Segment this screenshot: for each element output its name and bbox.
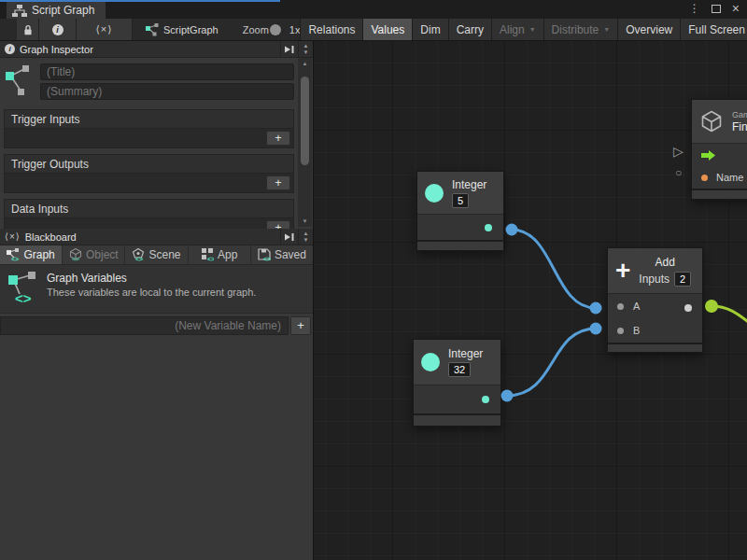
app-tab-icon: <> bbox=[201, 248, 214, 261]
distribute-dropdown[interactable]: Distribute ▼ bbox=[543, 19, 618, 40]
port-dot[interactable] bbox=[701, 175, 708, 181]
wire-add-output[interactable] bbox=[712, 306, 747, 329]
output-port[interactable] bbox=[684, 304, 692, 312]
inputs-count-field[interactable]: 2 bbox=[674, 272, 691, 287]
header-scroll-arrows[interactable]: ▲ ▼ bbox=[298, 41, 313, 57]
chevron-down-icon: ▼ bbox=[603, 26, 610, 33]
blackboard-icon: ⟨×⟩ bbox=[5, 231, 21, 242]
output-port[interactable] bbox=[485, 224, 492, 231]
add-variable-button[interactable]: + bbox=[290, 316, 311, 335]
summary-field[interactable] bbox=[40, 83, 294, 100]
align-dropdown[interactable]: Align ▼ bbox=[491, 19, 543, 40]
graph-variables-description: These variables are local to the current… bbox=[47, 287, 256, 298]
port-dot[interactable] bbox=[617, 328, 624, 334]
window-menu-icon[interactable]: ⋮ bbox=[689, 3, 700, 14]
integer-value-field[interactable]: 5 bbox=[452, 193, 469, 208]
graph-canvas[interactable]: Integer 5 Integer 32 bbox=[314, 41, 747, 560]
dock-pin-icon[interactable] bbox=[280, 229, 298, 245]
svg-text:<>: <> bbox=[11, 256, 19, 261]
variables-icon: ⟨×⟩ bbox=[95, 23, 112, 35]
dim-button[interactable]: Dim bbox=[412, 19, 447, 40]
scene-tab-icon: <> bbox=[132, 248, 145, 261]
tab-app[interactable]: <> App bbox=[189, 245, 251, 264]
add-trigger-input-button[interactable]: + bbox=[266, 131, 290, 146]
graph-toolbar: i ⟨×⟩ ScriptGraph Zoom 1x Relations bbox=[0, 19, 747, 41]
script-graph-icon bbox=[12, 5, 27, 17]
graph-tab-icon: <> bbox=[7, 248, 20, 261]
node-title: Find bbox=[732, 120, 747, 133]
integer-node-5[interactable]: Integer 5 bbox=[416, 171, 504, 251]
scroll-down-icon[interactable]: ▼ bbox=[303, 216, 308, 227]
graph-variables-icon: <> bbox=[7, 272, 37, 305]
input-port-b[interactable]: B bbox=[608, 318, 702, 343]
wire-integer32-to-add-b[interactable] bbox=[507, 329, 596, 396]
add-trigger-output-button[interactable]: + bbox=[266, 175, 290, 190]
overview-button[interactable]: Overview bbox=[617, 19, 680, 40]
breadcrumb[interactable]: ScriptGraph bbox=[146, 19, 218, 40]
tab-script-graph[interactable]: Script Graph bbox=[7, 2, 106, 19]
name-input-port[interactable]: Name bbox=[692, 166, 747, 189]
wire-endpoint[interactable] bbox=[590, 302, 602, 315]
wire-endpoint[interactable] bbox=[501, 390, 514, 402]
sidebar: i Graph Inspector ▲ ▼ bbox=[0, 41, 314, 560]
game-object-cube-icon bbox=[699, 109, 724, 133]
trigger-input-port[interactable] bbox=[692, 144, 747, 166]
tab-object[interactable]: <> Object bbox=[63, 245, 125, 264]
wire-endpoint[interactable] bbox=[590, 323, 602, 335]
new-variable-input[interactable] bbox=[0, 316, 289, 335]
graph-variables-icon bbox=[6, 63, 34, 99]
inspector-scrollbar[interactable]: ▲ ▼ bbox=[298, 58, 312, 227]
trigger-inputs-section: Trigger Inputs + bbox=[4, 109, 294, 148]
chevron-down-icon: ▼ bbox=[529, 26, 536, 33]
window-controls: ⋮ × bbox=[689, 3, 740, 14]
zoom-value: 1x bbox=[289, 24, 301, 35]
zoom-label: Zoom bbox=[243, 24, 269, 35]
close-icon[interactable]: × bbox=[732, 3, 740, 14]
integer-node-32[interactable]: Integer 32 bbox=[413, 339, 501, 427]
inputs-label: Inputs bbox=[639, 273, 669, 286]
svg-text:<>: <> bbox=[135, 256, 143, 261]
dock-pin-icon[interactable] bbox=[280, 41, 298, 57]
saved-tab-icon: <> bbox=[258, 248, 271, 261]
tab-label: Script Graph bbox=[32, 4, 94, 17]
maximize-icon[interactable] bbox=[712, 5, 721, 13]
unconnected-value-icon[interactable]: ○ bbox=[675, 166, 682, 179]
add-node[interactable]: + Add Inputs 2 A B bbox=[607, 247, 703, 353]
scroll-up-icon[interactable]: ▲ bbox=[303, 58, 308, 69]
zoom-slider-handle[interactable] bbox=[270, 24, 281, 35]
scrollbar-thumb[interactable] bbox=[301, 77, 309, 165]
full-screen-button[interactable]: Full Screen bbox=[680, 19, 747, 40]
trigger-arrow-icon bbox=[701, 150, 716, 161]
graph-inspector-body: Trigger Inputs + Trigger Outputs + Data … bbox=[0, 58, 313, 229]
tab-scene[interactable]: <> Scene bbox=[125, 245, 188, 264]
port-dot[interactable] bbox=[617, 303, 624, 310]
tab-saved[interactable]: <> Saved bbox=[251, 245, 313, 264]
unconnected-trigger-icon[interactable]: ▷ bbox=[673, 144, 684, 159]
carry-button[interactable]: Carry bbox=[448, 19, 491, 40]
blackboard-title: Blackboard bbox=[25, 231, 77, 243]
node-title: Integer bbox=[448, 347, 483, 360]
object-tab-icon: <> bbox=[69, 248, 82, 261]
blackboard-toggle-button[interactable]: ⟨×⟩ bbox=[77, 19, 133, 40]
wire-endpoint[interactable] bbox=[705, 300, 718, 313]
node-subtitle: Game Object bbox=[732, 110, 747, 119]
relations-button[interactable]: Relations bbox=[300, 19, 362, 40]
blackboard-header: ⟨×⟩ Blackboard ▲ ▼ bbox=[0, 229, 313, 245]
tab-graph[interactable]: <> Graph bbox=[0, 245, 63, 264]
graph-inspector-header: i Graph Inspector ▲ ▼ bbox=[0, 41, 313, 58]
info-icon: i bbox=[52, 24, 63, 35]
trigger-outputs-section: Trigger Outputs + bbox=[4, 154, 294, 193]
section-title: Data Inputs bbox=[4, 199, 294, 217]
output-port[interactable] bbox=[482, 396, 489, 403]
header-scroll-arrows[interactable]: ▲ ▼ bbox=[298, 229, 313, 245]
lock-button[interactable] bbox=[17, 19, 39, 40]
wire-endpoint[interactable] bbox=[506, 224, 518, 236]
integer-value-field[interactable]: 32 bbox=[448, 362, 471, 377]
title-field[interactable] bbox=[40, 63, 294, 80]
game-object-find-node[interactable]: Game Object Find Name bbox=[691, 99, 747, 200]
inspector-toggle-button[interactable]: i bbox=[39, 19, 77, 40]
integer-type-icon bbox=[421, 353, 440, 371]
blackboard-tabs: <> Graph <> Object <> Scene bbox=[0, 245, 313, 265]
values-button[interactable]: Values bbox=[362, 19, 412, 40]
wire-integer5-to-add-a[interactable] bbox=[512, 230, 596, 308]
